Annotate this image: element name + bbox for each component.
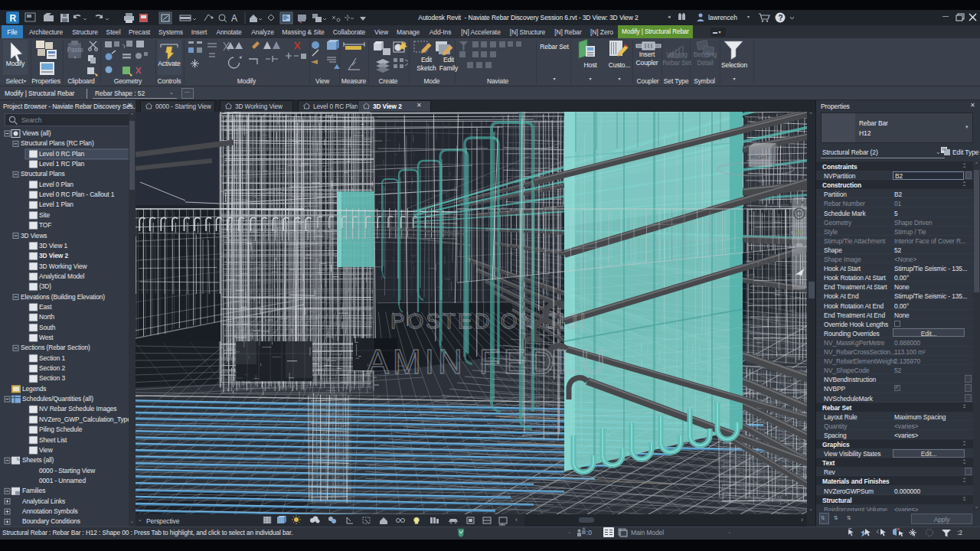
svg-text:✕: ✕ [800, 200, 805, 205]
svg-text:A: A [231, 13, 237, 24]
svg-text:?: ? [779, 14, 783, 22]
svg-text:AMIN FEDLU: AMIN FEDLU [367, 343, 609, 380]
svg-text:POSTED ON JIJI: POSTED ON JIJI [390, 309, 588, 333]
svg-text:RIGHT: RIGHT [751, 154, 770, 161]
